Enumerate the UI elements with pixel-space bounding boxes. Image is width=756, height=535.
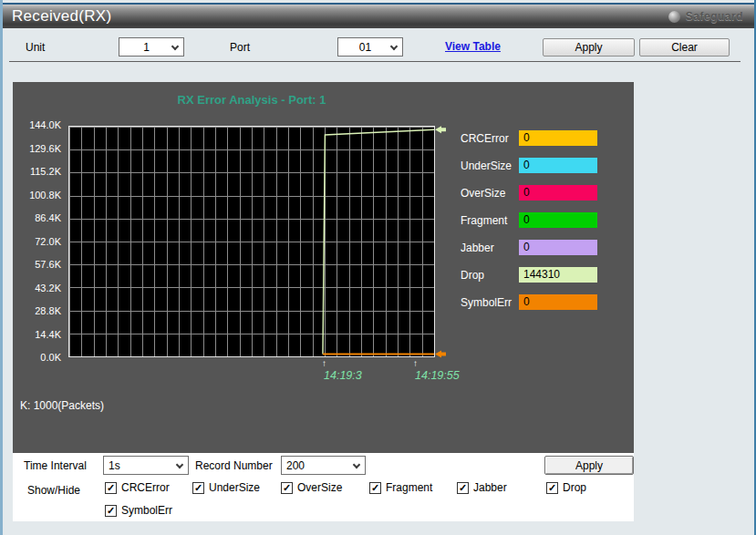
checkbox-label: UnderSize	[209, 481, 260, 494]
legend-row: Drop 144310	[461, 267, 597, 283]
y-tick-label: 72.0K	[13, 236, 61, 248]
safeguard-logo: Safeguard	[668, 10, 743, 23]
checkbox-icon: ✓	[192, 482, 204, 494]
page-border-left	[0, 0, 3, 535]
legend-label: OverSize	[461, 187, 519, 200]
x-tick-arrow-icon: ↑	[322, 358, 326, 368]
record-number-value: 200	[286, 459, 350, 472]
y-tick-label: 86.4K	[13, 212, 61, 224]
legend-row: OverSize 0	[461, 185, 597, 201]
legend-row: Jabber 0	[461, 240, 597, 255]
checkbox-fragment[interactable]: ✓ Fragment	[369, 481, 432, 494]
legend-value-bar: 0	[519, 130, 597, 146]
chart-legend: CRCError 0 UnderSize 0 OverSize 0 Fragme…	[461, 130, 597, 322]
checkbox-label: SymbolErr	[121, 504, 172, 517]
legend-value-bar: 0	[519, 212, 597, 228]
checkbox-drop[interactable]: ✓ Drop	[546, 481, 586, 494]
time-interval-value: 1s	[109, 459, 173, 472]
time-interval-label: Time Interval	[24, 459, 87, 472]
chevron-down-icon	[353, 461, 360, 468]
chart-panel: RX Error Analysis - Port: 1 144.0K 129.6…	[13, 82, 634, 453]
checkbox-label: OverSize	[297, 481, 342, 494]
unit-select[interactable]: 1	[119, 37, 184, 57]
unit-label: Unit	[26, 41, 45, 54]
port-select-value: 01	[343, 41, 388, 54]
clear-button[interactable]: Clear	[639, 38, 730, 57]
y-axis-labels: 144.0K 129.6K 115.2K 100.8K 86.4K 72.0K …	[13, 119, 61, 364]
record-number-select[interactable]: 200	[281, 456, 366, 475]
y-tick-label: 129.6K	[13, 143, 61, 155]
toolbar-divider	[9, 61, 740, 62]
legend-value-bar: 0	[519, 294, 597, 310]
checkbox-crcerror[interactable]: ✓ CRCError	[105, 481, 170, 494]
y-tick-label: 14.4K	[13, 329, 61, 341]
time-interval-select[interactable]: 1s	[103, 456, 189, 475]
checkbox-icon: ✓	[457, 482, 469, 494]
controls-panel: Time Interval 1s Record Number 200 Apply…	[13, 453, 634, 521]
checkbox-icon: ✓	[369, 482, 381, 494]
legend-label: Drop	[461, 269, 519, 282]
y-tick-label: 57.6K	[13, 259, 61, 271]
show-hide-label: Show/Hide	[27, 484, 80, 497]
legend-value-bar: 0	[519, 158, 597, 173]
k-unit-note: K: 1000(Packets)	[20, 399, 104, 412]
title-bar: Received(RX) Safeguard	[3, 3, 754, 28]
y-tick-label: 100.8K	[13, 190, 61, 201]
chevron-down-icon	[176, 461, 183, 468]
port-label: Port	[230, 41, 250, 54]
checkbox-icon: ✓	[546, 482, 558, 494]
legend-row: SymbolErr 0	[461, 294, 597, 310]
legend-value-bar: 0	[519, 185, 597, 201]
checkbox-oversize[interactable]: ✓ OverSize	[281, 481, 342, 494]
apply-button-bottom[interactable]: Apply	[544, 456, 634, 475]
legend-label: UnderSize	[461, 159, 519, 172]
view-table-link[interactable]: View Table	[445, 40, 501, 53]
unit-select-value: 1	[124, 41, 169, 54]
legend-label: SymbolErr	[461, 296, 519, 309]
port-select[interactable]: 01	[337, 37, 403, 57]
checkbox-label: CRCError	[121, 481, 170, 494]
checkbox-label: Drop	[563, 481, 586, 494]
plot-area	[68, 126, 435, 357]
checkbox-label: Jabber	[473, 481, 507, 494]
checkbox-icon: ✓	[105, 505, 117, 517]
chart-series-svg	[69, 127, 449, 356]
legend-label: CRCError	[461, 132, 519, 145]
apply-button[interactable]: Apply	[543, 38, 635, 57]
legend-value-bar: 0	[519, 240, 597, 255]
legend-value-bar: 144310	[519, 267, 597, 283]
legend-label: Fragment	[461, 214, 519, 227]
legend-row: UnderSize 0	[461, 158, 597, 173]
x-tick-arrow-icon: ↑	[413, 358, 418, 368]
chart-title: RX Error Analysis - Port: 1	[68, 93, 435, 107]
y-tick-label: 144.0K	[13, 119, 61, 131]
checkbox-symbolerr[interactable]: ✓ SymbolErr	[105, 504, 172, 517]
safeguard-ball-icon	[668, 11, 680, 23]
x-tick-label: 14:19:55	[415, 369, 460, 382]
legend-row: CRCError 0	[461, 130, 597, 146]
record-number-label: Record Number	[195, 459, 273, 472]
x-tick-label: 14:19:3	[324, 369, 362, 382]
y-tick-label: 43.2K	[13, 283, 61, 294]
page-title: Received(RX)	[3, 7, 111, 26]
legend-row: Fragment 0	[461, 212, 597, 228]
checkbox-label: Fragment	[386, 481, 432, 494]
y-tick-label: 28.8K	[13, 305, 61, 317]
chevron-down-icon	[390, 43, 398, 50]
safeguard-label: Safeguard	[686, 10, 743, 23]
checkbox-icon: ✓	[281, 482, 293, 494]
y-tick-label: 0.0K	[13, 352, 61, 364]
y-tick-label: 115.2K	[13, 166, 61, 178]
checkbox-undersize[interactable]: ✓ UnderSize	[192, 481, 260, 494]
checkbox-icon: ✓	[105, 482, 117, 494]
legend-label: Jabber	[461, 242, 519, 254]
chevron-down-icon	[171, 43, 179, 50]
checkbox-jabber[interactable]: ✓ Jabber	[457, 481, 507, 494]
